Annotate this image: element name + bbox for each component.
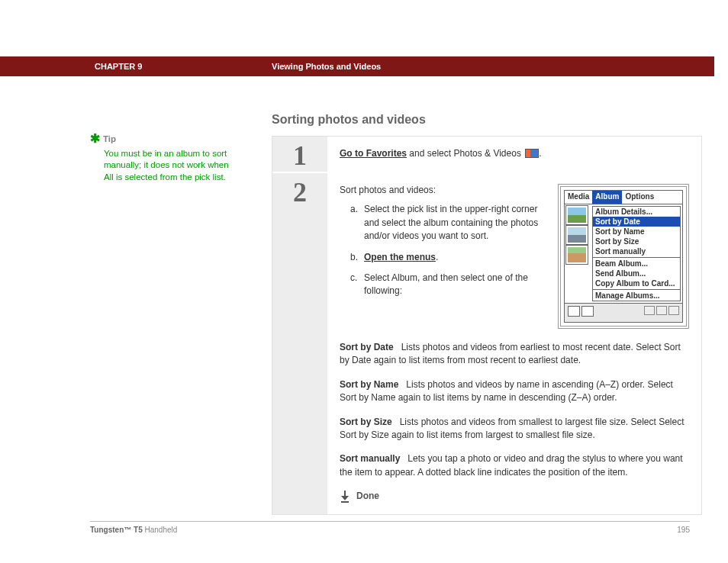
main-content: Sorting photos and videos 1 Go to Favori…	[272, 113, 702, 515]
device-footer	[565, 303, 682, 323]
step-2-intro: Sort photos and videos:	[340, 184, 547, 197]
step-number: 1	[272, 137, 327, 172]
tip-star-icon: ✱	[90, 132, 100, 145]
device-thumbnails	[565, 204, 591, 303]
tip-body: You must be in an album to sort manually…	[104, 148, 235, 184]
sort-definitions: Sort by DateLists photos and videos from…	[340, 341, 689, 479]
device-tab-album: Album	[592, 191, 622, 204]
favorites-link[interactable]: Go to Favorites	[340, 148, 407, 159]
done-arrow-icon	[340, 491, 350, 503]
step-1-text: and select Photos & Videos	[407, 148, 523, 159]
def-sortsize-term: Sort by Size	[340, 417, 392, 427]
device-tab-options: Options	[622, 191, 657, 204]
chapter-label: CHAPTER 9	[95, 62, 142, 71]
done-label: Done	[356, 490, 379, 503]
menu-item-sortdate: Sort by Date	[593, 217, 680, 227]
step-2-c: Select Album, and then select one of the…	[364, 272, 547, 298]
def-sortdate-term: Sort by Date	[340, 342, 394, 352]
menu-item-sortman: Sort manually	[593, 246, 680, 256]
menu-item-copy: Copy Album to Card...	[593, 278, 680, 288]
device-tab-media: Media	[565, 191, 592, 204]
header-bar: CHAPTER 9 Viewing Photos and Videos	[0, 56, 714, 76]
page-footer: Tungsten™ T5 Handheld 195	[90, 521, 690, 534]
menu-item-send: Send Album...	[593, 269, 680, 278]
product-name: Tungsten™ T5	[90, 526, 143, 534]
device-footer-btn	[581, 306, 594, 317]
thumbnail	[566, 226, 588, 244]
menu-item-beam: Beam Album...	[593, 259, 680, 269]
def-sortname-term: Sort by Name	[340, 379, 398, 390]
page-number: 195	[677, 526, 690, 534]
step-1-content: Go to Favorites and select Photos & Vide…	[327, 137, 701, 172]
menu-item-manage: Manage Albums...	[593, 291, 680, 301]
steps-box: 1 Go to Favorites and select Photos & Vi…	[272, 136, 702, 515]
device-footer-icon	[656, 306, 667, 315]
sidebar-tip: ✱Tip You must be in an album to sort man…	[90, 130, 235, 183]
menu-item-sortsize: Sort by Size	[593, 236, 680, 246]
open-menus-link[interactable]: Open the menus	[364, 252, 436, 262]
tip-label: Tip	[103, 134, 116, 143]
thumbnail	[566, 246, 588, 264]
done-row: Done	[340, 490, 689, 503]
device-footer-icon	[668, 306, 679, 315]
photos-videos-icon	[525, 149, 539, 158]
section-heading: Sorting photos and videos	[272, 113, 702, 127]
menu-item-sortname: Sort by Name	[593, 227, 680, 236]
step-2: 2 Sort photos and videos: a.Select the p…	[272, 173, 701, 514]
device-screenshot: Media Album Options	[558, 184, 689, 329]
device-menu: Album Details... Sort by Date Sort by Na…	[592, 206, 681, 301]
step-number: 2	[272, 173, 327, 514]
product-type: Handheld	[143, 526, 178, 534]
menu-item-details: Album Details...	[593, 207, 680, 217]
device-tabs: Media Album Options	[565, 191, 682, 204]
step-2-a: Select the pick list in the upper-right …	[364, 203, 547, 243]
step-2-content: Sort photos and videos: a.Select the pic…	[327, 173, 701, 514]
thumbnail	[566, 206, 588, 224]
device-footer-icon	[644, 306, 655, 315]
device-footer-btn	[568, 306, 580, 317]
chapter-title: Viewing Photos and Videos	[272, 62, 381, 71]
def-sortman-term: Sort manually	[340, 453, 400, 464]
step-1: 1 Go to Favorites and select Photos & Vi…	[272, 137, 701, 173]
